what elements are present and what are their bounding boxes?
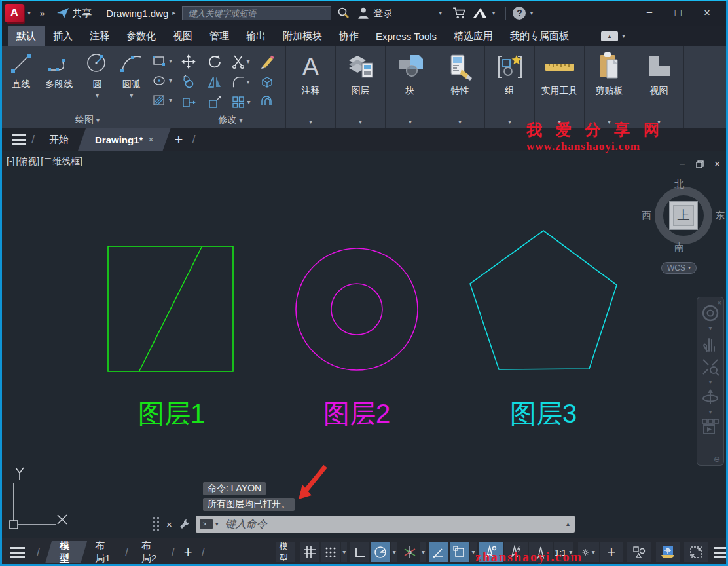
ribbon-tab-featured[interactable]: 精选应用 (445, 26, 501, 46)
zoom-extents-icon[interactable] (701, 357, 720, 377)
mirror-button[interactable] (208, 75, 222, 89)
clean-screen-button[interactable] (684, 542, 708, 562)
clipboard-caret-icon[interactable]: ▾ (585, 119, 634, 125)
title-caret-icon[interactable]: ▸ (172, 10, 175, 16)
polyline-tool-button[interactable]: 多段线 (39, 51, 79, 90)
ribbon-tab-output[interactable]: 输出 (238, 26, 274, 46)
hatch-caret-icon[interactable]: ▾ (169, 97, 172, 104)
snap-mode-button[interactable] (321, 542, 340, 562)
ribbon-tab-default[interactable]: 默认 (8, 26, 45, 46)
help-icon[interactable]: ? (513, 7, 526, 20)
rectangle-tool-button[interactable]: ▾ (151, 51, 172, 71)
polar-caret-icon[interactable]: ▾ (391, 542, 397, 562)
panel-view[interactable]: 视图 ▾ (634, 46, 684, 128)
layout-tab-layout2[interactable]: 布局2 (134, 541, 166, 563)
circle-tool-button[interactable]: 圆 ▾ (81, 51, 113, 99)
object-snap-button[interactable] (450, 542, 469, 562)
annotation-visibility-button[interactable] (479, 542, 503, 562)
minimize-button[interactable]: − (635, 3, 664, 23)
viewport-view-control[interactable]: [俯视] (16, 156, 39, 168)
navbar-collapse-icon[interactable]: ⊖ (714, 455, 720, 464)
doc-close-icon[interactable]: × (714, 159, 720, 170)
view-caret-icon[interactable]: ▾ (634, 119, 683, 125)
annotation-scale-button[interactable] (529, 542, 553, 562)
command-input[interactable] (219, 518, 566, 530)
viewcube-east[interactable]: 东 (715, 210, 725, 222)
ribbon-collapse-control[interactable]: ▴ ▾ (601, 31, 625, 41)
quick-access-expand-icon[interactable]: » (40, 9, 43, 18)
layer2-label[interactable]: 图层2 (304, 396, 409, 432)
layer3-pentagon[interactable] (470, 231, 617, 369)
array-caret-icon[interactable]: ▾ (247, 99, 250, 105)
collapse-caret-icon[interactable]: ▾ (622, 33, 625, 39)
rotate-button[interactable] (208, 54, 222, 69)
autodesk-logo-icon[interactable] (472, 7, 488, 20)
doc-minimize-icon[interactable]: − (679, 159, 685, 170)
viewcube-west[interactable]: 西 (642, 210, 651, 222)
fillet-caret-icon[interactable]: ▾ (246, 79, 249, 85)
circle-caret-icon[interactable]: ▾ (96, 92, 99, 99)
isometric-caret-icon[interactable]: ▾ (420, 542, 426, 562)
stretch-button[interactable] (181, 95, 196, 109)
line-tool-button[interactable]: 直线 (5, 51, 37, 90)
help-caret-icon[interactable]: ▾ (530, 10, 533, 16)
group-caret-icon[interactable]: ▾ (485, 119, 534, 125)
share-button[interactable]: 共享 (72, 7, 92, 20)
viewcube-top-face[interactable]: 上 (669, 201, 698, 230)
app-menu-caret-icon[interactable]: ▾ (27, 10, 31, 16)
login-button[interactable]: 登录 (373, 7, 393, 20)
trim-caret-icon[interactable]: ▾ (246, 58, 249, 65)
orbit-caret-icon[interactable]: ▾ (708, 409, 712, 415)
viewcube-south[interactable]: 南 (674, 241, 684, 254)
cart-icon[interactable] (452, 7, 467, 20)
wheel-caret-icon[interactable]: ▾ (708, 325, 712, 331)
pan-hand-icon[interactable] (701, 333, 719, 353)
ribbon-tab-express[interactable]: Express Tools (367, 26, 445, 46)
rectangle-caret-icon[interactable]: ▾ (169, 58, 172, 64)
ellipse-caret-icon[interactable]: ▾ (169, 77, 172, 84)
command-input-container[interactable]: >_ ▾ ▴ (196, 516, 575, 533)
panel-properties[interactable]: 特性 ▾ (435, 46, 485, 128)
layer1-label[interactable]: 图层1 (119, 396, 224, 432)
snap-caret-icon[interactable]: ▾ (341, 542, 347, 562)
utilities-caret-icon[interactable]: ▾ (535, 119, 584, 125)
search-icon[interactable] (337, 6, 351, 20)
maximize-button[interactable]: □ (664, 3, 693, 23)
copy-button[interactable] (181, 75, 196, 89)
viewcube-north[interactable]: 北 (674, 178, 684, 191)
panel-clipboard[interactable]: 剪贴板 ▾ (585, 46, 634, 128)
panel-block[interactable]: 块 ▾ (386, 46, 435, 128)
ortho-mode-button[interactable] (350, 542, 369, 562)
panel-title-modify[interactable]: 修改 ▾ (175, 114, 285, 126)
workspace-settings-button[interactable]: ▾ (578, 542, 599, 562)
fillet-button[interactable]: ▾ (232, 75, 249, 89)
panel-annotate[interactable]: A 注释 ▾ (286, 46, 336, 128)
app-menu-button[interactable]: A (5, 4, 24, 22)
layer2-outer-circle[interactable] (296, 248, 418, 370)
isometric-drafting-button[interactable] (400, 542, 420, 562)
close-button[interactable]: × (693, 3, 721, 23)
command-bar-grip[interactable] (153, 517, 160, 531)
ribbon-tab-addins[interactable]: 附加模块 (274, 26, 331, 46)
annotate-caret-icon[interactable]: ▾ (286, 119, 335, 125)
ribbon-tab-insert[interactable]: 插入 (45, 26, 81, 46)
hardware-acceleration-button[interactable] (656, 542, 680, 562)
panel-layers[interactable]: 图层 ▾ (336, 46, 386, 128)
navigation-wheel-icon[interactable] (701, 303, 720, 323)
file-tabs-menu-icon[interactable] (12, 134, 26, 145)
layer2-inner-circle[interactable] (331, 284, 382, 335)
doc-restore-icon[interactable] (696, 160, 704, 168)
viewport-minimize-control[interactable]: [-] (7, 156, 14, 168)
ribbon-tab-collaborate[interactable]: 协作 (331, 26, 367, 46)
object-snap-tracking-button[interactable] (429, 542, 448, 562)
arc-caret-icon[interactable]: ▾ (130, 92, 133, 99)
grid-display-button[interactable] (300, 542, 319, 562)
autodesk-caret-icon[interactable]: ▾ (492, 10, 495, 16)
layer1-diagonal-line[interactable] (139, 247, 202, 371)
panel-utilities[interactable]: 实用工具 ▾ (535, 46, 585, 128)
command-tools-wrench-icon[interactable] (179, 518, 191, 530)
layers-caret-icon[interactable]: ▾ (336, 119, 385, 125)
customize-button[interactable]: + (600, 542, 623, 562)
scale-button[interactable] (208, 95, 222, 109)
trim-button[interactable]: ▾ (232, 54, 249, 69)
